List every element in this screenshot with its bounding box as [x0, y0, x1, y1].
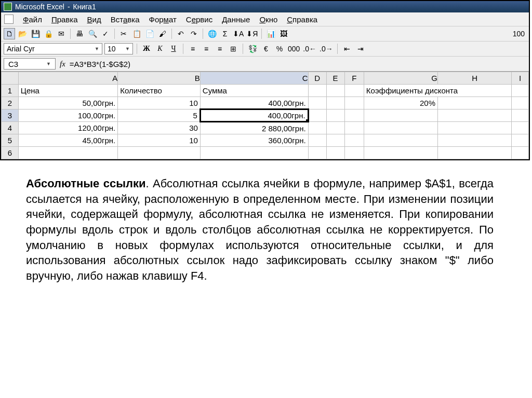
menu-edit[interactable]: Правка — [51, 15, 78, 24]
cell-B5[interactable]: 10 — [118, 134, 201, 147]
align-center-icon[interactable]: ≡ — [201, 43, 212, 54]
save-icon[interactable]: 💾 — [30, 28, 41, 39]
menu-tools[interactable]: Сервис — [186, 15, 212, 24]
menu-format[interactable]: Формат — [149, 15, 176, 24]
font-name-select[interactable]: Arial Cyr ▼ — [4, 43, 102, 54]
cell-A3[interactable]: 100,00грн. — [18, 109, 117, 122]
drawing-icon[interactable]: 🖼 — [278, 28, 289, 39]
col-header-H[interactable]: H — [438, 72, 512, 85]
row-header-3[interactable]: 3 — [2, 109, 19, 122]
select-all-corner[interactable] — [2, 72, 19, 85]
cell-B2[interactable]: 10 — [118, 97, 201, 109]
comma-icon[interactable]: 000 — [287, 43, 300, 54]
menu-file[interactable]: Файл — [23, 15, 42, 24]
cell-G4[interactable] — [364, 122, 437, 134]
cell-E1[interactable] — [326, 85, 344, 97]
percent-icon[interactable]: % — [274, 43, 285, 54]
menu-bar[interactable]: Файл Правка Вид Вставка Формат Сервис Да… — [1, 12, 529, 26]
cell-H3[interactable] — [438, 109, 512, 122]
cell-I4[interactable] — [512, 122, 529, 134]
cell-C3-selected[interactable]: 400,00грн. — [200, 109, 308, 122]
cell-D6[interactable] — [308, 147, 326, 159]
spreadsheet-grid[interactable]: A B C D E F G H I 1 Цена Количество Сумм… — [1, 72, 529, 159]
fx-label[interactable]: fx — [60, 60, 65, 68]
decrease-decimal-icon[interactable]: .0→ — [319, 43, 334, 54]
merge-center-icon[interactable]: ⊞ — [228, 43, 239, 54]
cell-D5[interactable] — [308, 134, 326, 147]
increase-indent-icon[interactable]: ⇥ — [355, 43, 366, 54]
cell-D1[interactable] — [308, 85, 326, 97]
col-header-I[interactable]: I — [512, 72, 529, 85]
cell-A5[interactable]: 45,00грн. — [18, 134, 117, 147]
paste-icon[interactable]: 📄 — [144, 28, 155, 39]
row-header-6[interactable]: 6 — [2, 147, 19, 159]
cell-H6[interactable] — [438, 147, 512, 159]
cell-C4[interactable]: 2 880,00грн. — [200, 122, 308, 134]
cell-D4[interactable] — [308, 122, 326, 134]
cell-G1[interactable]: Коэффициенты дисконта — [364, 85, 511, 97]
menu-data[interactable]: Данные — [222, 15, 250, 24]
align-left-icon[interactable]: ≡ — [187, 43, 198, 54]
cell-H4[interactable] — [438, 122, 512, 134]
print-icon[interactable]: 🖶 — [74, 28, 85, 39]
copy-icon[interactable]: 📋 — [131, 28, 142, 39]
cut-icon[interactable]: ✂ — [118, 28, 129, 39]
cell-H5[interactable] — [438, 134, 512, 147]
row-header-1[interactable]: 1 — [2, 85, 19, 97]
new-icon[interactable]: 🗋 — [4, 28, 15, 39]
currency-icon[interactable]: 💱 — [247, 43, 258, 54]
name-box[interactable]: C3 ▼ — [4, 58, 56, 70]
preview-icon[interactable]: 🔍 — [87, 28, 98, 39]
cell-E3[interactable] — [326, 109, 344, 122]
col-header-G[interactable]: G — [364, 72, 437, 85]
font-size-select[interactable]: 10 ▼ — [104, 43, 133, 54]
cell-F1[interactable] — [344, 85, 364, 97]
align-right-icon[interactable]: ≡ — [214, 43, 225, 54]
cell-F2[interactable] — [344, 97, 364, 109]
sort-asc-icon[interactable]: ⬇A — [232, 28, 244, 39]
euro-icon[interactable]: € — [260, 43, 272, 54]
cell-I1[interactable] — [512, 85, 529, 97]
row-header-5[interactable]: 5 — [2, 134, 19, 147]
cell-D3[interactable] — [308, 109, 326, 122]
autosum-icon[interactable]: Σ — [219, 28, 231, 39]
cell-B6[interactable] — [118, 147, 201, 159]
worksheet-icon[interactable] — [4, 15, 14, 24]
cell-F3[interactable] — [344, 109, 364, 122]
menu-insert[interactable]: Вставка — [111, 15, 140, 24]
underline-icon[interactable]: Ч — [168, 43, 179, 54]
bold-icon[interactable]: Ж — [141, 43, 152, 54]
cell-H2[interactable] — [438, 97, 512, 109]
sort-desc-icon[interactable]: ⬇Я — [246, 28, 258, 39]
cell-C1[interactable]: Сумма — [200, 85, 308, 97]
cell-A1[interactable]: Цена — [18, 85, 117, 97]
italic-icon[interactable]: К — [154, 43, 166, 54]
cell-D2[interactable] — [308, 97, 326, 109]
cell-F5[interactable] — [344, 134, 364, 147]
decrease-indent-icon[interactable]: ⇤ — [341, 43, 353, 54]
cell-E6[interactable] — [326, 147, 344, 159]
undo-icon[interactable]: ↶ — [175, 28, 187, 39]
cell-C2[interactable]: 400,00грн. — [200, 97, 308, 109]
redo-icon[interactable]: ↷ — [188, 28, 200, 39]
open-icon[interactable]: 📂 — [17, 28, 28, 39]
email-icon[interactable]: ✉ — [56, 28, 67, 39]
cell-A2[interactable]: 50,00грн. — [18, 97, 117, 109]
spelling-icon[interactable]: ✓ — [100, 28, 111, 39]
cell-E5[interactable] — [326, 134, 344, 147]
cell-C5[interactable]: 360,00грн. — [200, 134, 308, 147]
col-header-F[interactable]: F — [344, 72, 364, 85]
cell-I5[interactable] — [512, 134, 529, 147]
cell-B4[interactable]: 30 — [118, 122, 201, 134]
permission-icon[interactable]: 🔒 — [43, 28, 54, 39]
cell-F4[interactable] — [344, 122, 364, 134]
menu-view[interactable]: Вид — [87, 15, 101, 24]
cell-E2[interactable] — [326, 97, 344, 109]
cell-I3[interactable] — [512, 109, 529, 122]
col-header-A[interactable]: A — [18, 72, 117, 85]
hyperlink-icon[interactable]: 🌐 — [206, 28, 218, 39]
row-header-4[interactable]: 4 — [2, 122, 19, 134]
menu-window[interactable]: Окно — [259, 15, 277, 24]
formula-input[interactable]: =A3*B3*(1-$G$2) — [70, 60, 526, 68]
cell-C6[interactable] — [200, 147, 308, 159]
